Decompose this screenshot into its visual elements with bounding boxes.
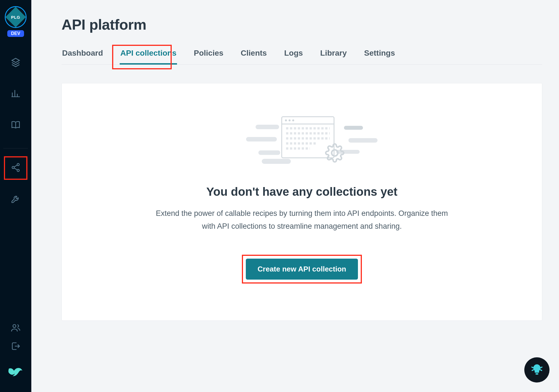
svg-line-6 bbox=[541, 367, 542, 368]
tab-api-collections[interactable]: API collections bbox=[120, 49, 177, 65]
users-icon bbox=[11, 323, 21, 334]
svg-line-8 bbox=[541, 370, 542, 370]
brand-logo[interactable] bbox=[7, 365, 24, 381]
empty-state-description: Extend the power of callable recipes by … bbox=[151, 207, 453, 233]
create-api-collection-button[interactable]: Create new API collection bbox=[246, 259, 358, 280]
sidebar-nav bbox=[0, 51, 31, 211]
lightbulb-icon bbox=[530, 363, 544, 377]
tab-settings[interactable]: Settings bbox=[364, 49, 395, 65]
workspace-logo[interactable]: PLG DEV bbox=[5, 6, 27, 37]
sidebar-divider bbox=[3, 148, 28, 148]
svg-line-7 bbox=[532, 370, 533, 370]
share-icon bbox=[11, 162, 21, 174]
gear-icon bbox=[325, 143, 345, 163]
tab-logs[interactable]: Logs bbox=[284, 49, 303, 65]
sidebar-item-layers[interactable] bbox=[4, 51, 27, 74]
sidebar-item-api-platform[interactable] bbox=[4, 156, 27, 180]
workspace-abbr: PLG bbox=[11, 15, 20, 20]
book-open-icon bbox=[11, 120, 21, 131]
sidebar-footer bbox=[0, 323, 31, 392]
empty-state-illustration bbox=[249, 114, 355, 163]
main-content: API platform Dashboard API collections P… bbox=[31, 0, 559, 392]
bar-chart-icon bbox=[11, 88, 21, 100]
svg-point-0 bbox=[17, 164, 19, 166]
wrench-icon bbox=[11, 194, 21, 205]
svg-point-2 bbox=[17, 169, 19, 172]
env-badge: DEV bbox=[7, 30, 24, 37]
tab-policies[interactable]: Policies bbox=[193, 49, 224, 65]
tab-clients[interactable]: Clients bbox=[240, 49, 267, 65]
empty-state-heading: You don't have any collections yet bbox=[206, 185, 398, 199]
help-fab[interactable] bbox=[524, 357, 549, 382]
tabs: Dashboard API collections Policies Clien… bbox=[62, 49, 542, 65]
page-title: API platform bbox=[62, 16, 542, 33]
sidebar-item-team[interactable] bbox=[4, 323, 27, 334]
logout-icon bbox=[11, 341, 21, 352]
tab-library[interactable]: Library bbox=[320, 49, 347, 65]
svg-line-5 bbox=[532, 367, 533, 368]
sidebar-item-logout[interactable] bbox=[4, 341, 27, 352]
svg-rect-4 bbox=[536, 373, 538, 375]
tab-dashboard[interactable]: Dashboard bbox=[62, 49, 103, 65]
svg-point-1 bbox=[12, 166, 14, 169]
layers-icon bbox=[11, 57, 21, 68]
sidebar-item-library[interactable] bbox=[4, 114, 27, 137]
sidebar-item-tools[interactable] bbox=[4, 188, 27, 211]
sidebar-item-analytics[interactable] bbox=[4, 82, 27, 106]
empty-state-card: You don't have any collections yet Exten… bbox=[62, 83, 542, 321]
sidebar: PLG DEV bbox=[0, 0, 31, 392]
svg-point-3 bbox=[13, 325, 16, 328]
